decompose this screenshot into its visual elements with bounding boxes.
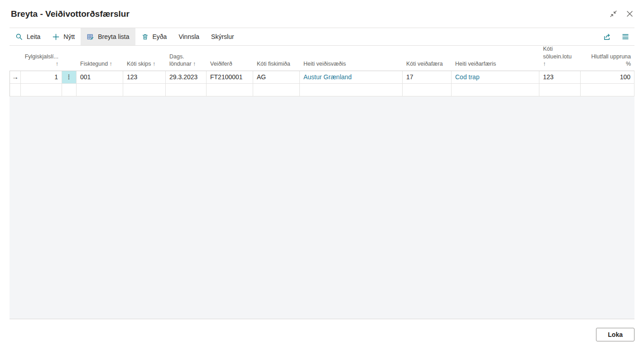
column-header-fylgiskjalsl[interactable]: Fylgiskjalslí... ↑ [21, 53, 62, 71]
toolbar-actions: LeitaNýttBreyta listaEyðaVinnslaSkýrslur [10, 28, 240, 45]
row-menu-cell [62, 84, 77, 96]
toolbar-item-vinnsla[interactable]: Vinnsla [173, 28, 205, 45]
toolbar-item-sk-rslur[interactable]: Skýrslur [205, 28, 240, 45]
table-row: →1⋮00112329.3.2023FT2100001AGAustur Græn… [10, 71, 634, 84]
grid-body: →1⋮00112329.3.2023FT2100001AGAustur Græn… [10, 71, 634, 96]
action-toolbar: LeitaNýttBreyta listaEyðaVinnslaSkýrslur [10, 28, 634, 46]
grid-header-row: Fylgiskjalslí... ↑Fisktegund ↑Kóti skips… [10, 46, 634, 71]
column-header-vei-ifer[interactable]: Veiðiferð [207, 60, 253, 71]
grid-cell[interactable] [77, 84, 123, 96]
edit-list-icon [87, 33, 94, 41]
grid-cell[interactable]: 1 [21, 71, 62, 84]
collapse-icon [609, 10, 618, 18]
active-row-indicator-icon: → [10, 71, 21, 84]
grid-cell[interactable]: FT2100001 [207, 71, 253, 84]
column-header-dags[interactable]: Dags. löndunar ↑ [166, 53, 207, 71]
column-header-k-ti[interactable]: Kóti söluein.lotu ↑ [539, 45, 581, 71]
share-button[interactable] [598, 28, 616, 45]
toolbar-item-label: Eyða [153, 33, 167, 40]
window-controls [608, 9, 635, 19]
grid-cell[interactable] [539, 84, 581, 96]
toolbar-item-label: Vinnsla [178, 33, 199, 40]
grid-cell[interactable] [300, 84, 403, 96]
column-header-empty [62, 67, 77, 71]
grid-cell[interactable] [452, 84, 539, 96]
row-indicator-cell [10, 84, 21, 96]
close-icon [625, 10, 634, 18]
grid-cell[interactable] [581, 84, 634, 96]
grid-cell[interactable]: 123 [123, 71, 166, 84]
grid-cell[interactable]: 29.3.2023 [166, 71, 207, 84]
close-button[interactable] [624, 9, 635, 19]
grid-cell[interactable] [403, 84, 452, 96]
toolbar-right-actions [598, 28, 634, 45]
page-title: Breyta - Veiðivottorðsfærslur [11, 9, 130, 19]
grid-cell[interactable]: 100 [581, 71, 634, 84]
column-header-k-ti-fiskimi-a[interactable]: Kóti fiskimiða [253, 60, 300, 71]
toolbar-item-n-tt[interactable]: Nýtt [46, 28, 81, 45]
toolbar-item-ey-a[interactable]: Eyða [135, 28, 173, 45]
column-header-heiti-vei-isv-is[interactable]: Heiti veiðisvæðis [300, 60, 403, 71]
trash-icon [141, 33, 149, 41]
column-header-k-ti-skips[interactable]: Kóti skips ↑ [123, 60, 166, 71]
close-dialog-button[interactable]: Loka [596, 328, 634, 341]
grid-cell[interactable] [253, 84, 300, 96]
toolbar-item-breyta-lista[interactable]: Breyta lista [81, 28, 135, 45]
plus-icon [52, 33, 60, 41]
grid-cell[interactable] [207, 84, 253, 96]
column-header-empty [10, 67, 21, 71]
grid-cell[interactable]: 17 [403, 71, 452, 84]
collapse-button[interactable] [608, 9, 619, 19]
grid-cell[interactable]: Austur Grænland [300, 71, 403, 84]
page-content: Fylgiskjalslí... ↑Fisktegund ↑Kóti skips… [10, 46, 634, 319]
toolbar-item-label: Breyta lista [98, 33, 129, 40]
list-view-button[interactable] [616, 28, 634, 45]
toolbar-item-label: Skýrslur [211, 33, 234, 40]
grid-cell[interactable] [166, 84, 207, 96]
grid-cell[interactable] [21, 84, 62, 96]
dialog-window: Breyta - Veiðivottorðsfærslur LeitaNýttB… [0, 0, 644, 350]
dialog-footer: Loka [0, 319, 644, 350]
grid-cell[interactable] [123, 84, 166, 96]
search-icon [15, 33, 23, 41]
toolbar-item-leita[interactable]: Leita [10, 28, 46, 45]
toolbar-item-label: Leita [27, 33, 40, 40]
list-view-icon [621, 33, 630, 41]
title-bar: Breyta - Veiðivottorðsfærslur [0, 0, 644, 28]
toolbar-item-label: Nýtt [63, 33, 75, 40]
column-header-hlutfall-uppruna[interactable]: Hlutfall uppruna % [581, 53, 634, 71]
grid-cell[interactable]: 123 [539, 71, 581, 84]
column-header-heiti-vei-arf-ris[interactable]: Heiti veiðarfæris [452, 60, 539, 71]
column-header-k-ti-vei-af-ra[interactable]: Kóti veiðafæra [403, 60, 452, 71]
grid-cell[interactable]: Cod trap [452, 71, 539, 84]
column-header-fisktegund[interactable]: Fisktegund ↑ [77, 60, 123, 71]
row-menu-icon[interactable]: ⋮ [62, 71, 77, 84]
table-row [10, 84, 634, 96]
grid-cell[interactable]: AG [253, 71, 300, 84]
grid-cell[interactable]: 001 [77, 71, 123, 84]
share-icon [603, 33, 611, 41]
